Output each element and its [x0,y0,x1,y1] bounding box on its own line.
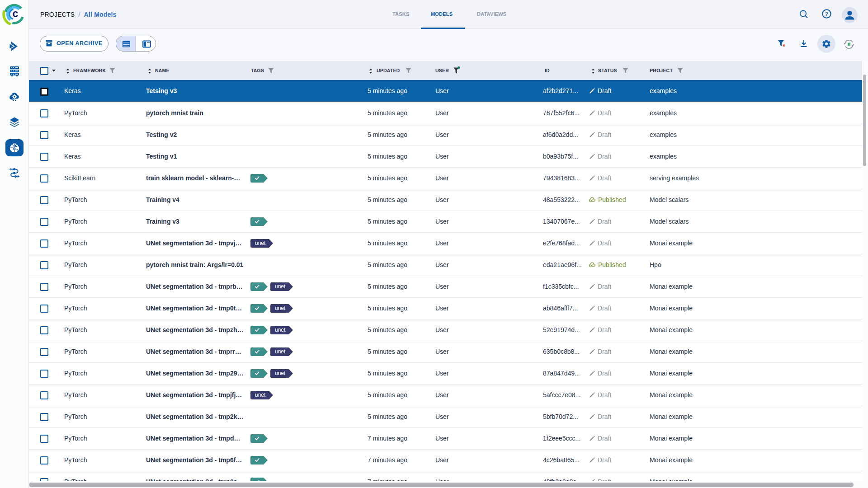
svg-text:c: c [13,8,19,19]
svg-text:?: ? [825,11,828,17]
